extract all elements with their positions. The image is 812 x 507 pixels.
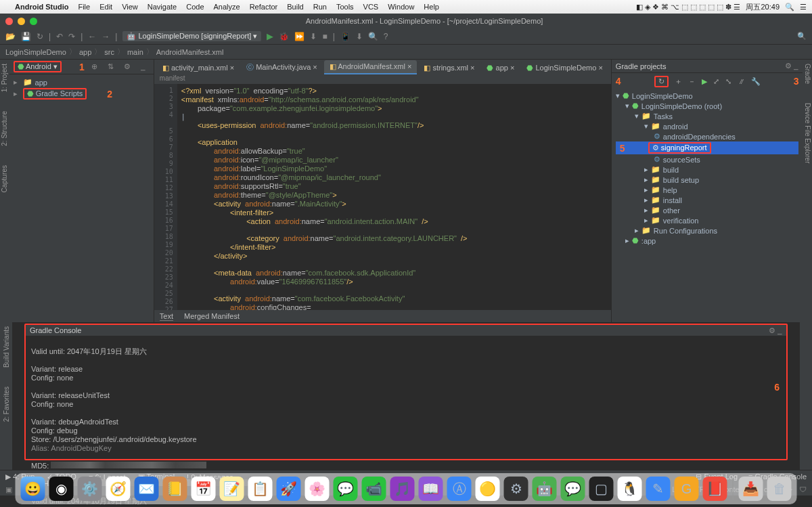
dock-siri[interactable]: ◉ bbox=[49, 477, 74, 501]
dock-downloads[interactable]: 📥 bbox=[739, 477, 763, 501]
menubar-clock[interactable]: 周五20:49 bbox=[746, 2, 780, 12]
menu-window[interactable]: Window bbox=[388, 3, 414, 11]
dock-pdf[interactable]: 📕 bbox=[703, 477, 727, 501]
menu-view[interactable]: View bbox=[122, 3, 138, 11]
stop-button[interactable]: ■ bbox=[322, 32, 327, 41]
dock-safari[interactable]: 🧭 bbox=[106, 477, 131, 501]
editor-content[interactable]: <?xml version="1.0" encoding="utf-8"?> <… bbox=[177, 84, 611, 310]
crumb-src[interactable]: src bbox=[104, 48, 114, 56]
spotlight-icon[interactable]: 🔍 bbox=[785, 3, 794, 12]
tab-app[interactable]: ⬣ app × bbox=[481, 62, 520, 74]
menu-edit[interactable]: Edit bbox=[99, 3, 112, 11]
minimize-window-button[interactable] bbox=[18, 18, 25, 25]
dock-reminders[interactable]: 📋 bbox=[248, 477, 273, 501]
toolwindow-project[interactable]: 1: Project bbox=[1, 64, 8, 92]
undo-icon[interactable]: ↶ bbox=[56, 32, 63, 41]
dock-finder[interactable]: 😀 bbox=[21, 477, 45, 501]
tab-manifest[interactable]: ◧ AndroidManifest.xml × bbox=[324, 60, 418, 74]
dock-chrome[interactable]: 🟡 bbox=[476, 477, 500, 501]
dock-photos[interactable]: 🌸 bbox=[305, 477, 330, 501]
menu-tools[interactable]: Tools bbox=[336, 3, 354, 11]
toolwindow-captures[interactable]: Captures bbox=[1, 165, 8, 193]
notification-icon[interactable]: ☰ bbox=[800, 3, 807, 12]
debug-button[interactable]: 🐞 bbox=[279, 32, 289, 41]
menu-vcs[interactable]: VCS bbox=[363, 3, 379, 11]
menu-code[interactable]: Code bbox=[186, 3, 204, 11]
profile-button[interactable]: ⏩ bbox=[294, 32, 304, 41]
gradle-console-output[interactable]: Valid until: 2047年10月19日 星期六 Variant: re… bbox=[26, 336, 786, 459]
run-button[interactable]: ▶ bbox=[267, 31, 273, 41]
dock-trash[interactable]: 🗑 bbox=[767, 477, 792, 501]
open-icon[interactable]: 📂 bbox=[5, 32, 16, 41]
dock-app1[interactable]: ⚙ bbox=[504, 477, 528, 501]
code-editor[interactable]: 1234567891011121314151617181920212223242… bbox=[154, 84, 611, 310]
tab-activity-main[interactable]: ◧ activity_main.xml × bbox=[157, 62, 240, 74]
tab-loginsimpledemo[interactable]: ⬣ LoginSimpleDemo × bbox=[521, 62, 608, 74]
menu-run[interactable]: Run bbox=[313, 3, 327, 11]
gradle-add-button[interactable]: ＋ bbox=[675, 76, 682, 87]
dock-mail[interactable]: ✉️ bbox=[135, 477, 159, 501]
help-icon[interactable]: ? bbox=[384, 32, 388, 41]
crumb-module[interactable]: app bbox=[79, 48, 91, 56]
dock-app3[interactable]: G bbox=[675, 477, 699, 501]
menubar-tray-icons[interactable]: ◧ ◈ ❖ ⌘ ⌥ ⬚ ⬚ ⬚ ⬚ ⬚ ✽ ☰ bbox=[636, 3, 741, 12]
sdk-manager-icon[interactable]: ⬇ bbox=[356, 32, 363, 41]
gradle-task-signingreport[interactable]: 5 ⚙ signingReport bbox=[616, 141, 799, 154]
run-config-select[interactable]: 🤖 LoginSimpleDemo [signingReport] ▾ bbox=[122, 31, 261, 41]
dock-ibooks[interactable]: 📖 bbox=[419, 477, 443, 501]
toolwindow-device-file-explorer[interactable]: Device File Explorer bbox=[804, 103, 811, 163]
dock-wechat[interactable]: 💬 bbox=[561, 477, 585, 501]
menu-analyze[interactable]: Analyze bbox=[214, 3, 240, 11]
status-icon[interactable]: ▣ bbox=[5, 485, 12, 494]
crumb-project[interactable]: LoginSimpleDemo bbox=[5, 48, 66, 56]
dock-itunes[interactable]: 🎵 bbox=[390, 477, 415, 501]
menu-build[interactable]: Build bbox=[287, 3, 303, 11]
app-name[interactable]: Android Studio bbox=[15, 3, 68, 11]
gradle-toggle-offline-button[interactable]: ⫽ bbox=[738, 77, 745, 85]
toolwindow-gradle[interactable]: Gradle bbox=[804, 64, 811, 84]
project-panel-icons[interactable]: ⊕ ⇅ ⚙ ⎯ bbox=[91, 62, 150, 71]
menu-navigate[interactable]: Navigate bbox=[148, 3, 177, 11]
toolwindow-favorites[interactable]: 2: Favorites bbox=[3, 387, 10, 422]
menu-refactor[interactable]: Refactor bbox=[250, 3, 278, 11]
dock-contacts[interactable]: 📒 bbox=[163, 477, 187, 501]
hector-icon[interactable]: 🛡 bbox=[799, 485, 807, 493]
tree-gradle-scripts[interactable]: Gradle Scripts bbox=[36, 89, 83, 97]
close-window-button[interactable] bbox=[5, 18, 13, 25]
back-icon[interactable]: ← bbox=[88, 32, 96, 41]
dock-settings[interactable]: ⚙️ bbox=[78, 477, 102, 501]
gradle-collapse-button[interactable]: ⤡ bbox=[725, 77, 731, 86]
dock-terminal[interactable]: ▢ bbox=[589, 477, 614, 501]
attach-debugger-button[interactable]: ⬇ bbox=[310, 32, 317, 41]
dock-notes[interactable]: 📝 bbox=[220, 477, 244, 501]
sync-icon[interactable]: ↻ bbox=[37, 32, 43, 41]
zoom-window-button[interactable] bbox=[30, 18, 37, 25]
search-everywhere-icon[interactable]: 🔍 bbox=[797, 32, 807, 41]
dock-app2[interactable]: ✎ bbox=[646, 477, 671, 501]
project-view-select[interactable]: Android bbox=[26, 62, 51, 70]
gradle-execute-button[interactable]: ▶ bbox=[702, 77, 707, 86]
dock-messages[interactable]: 💬 bbox=[334, 477, 358, 501]
avd-manager-icon[interactable]: 📱 bbox=[340, 32, 351, 41]
gradle-refresh-button[interactable]: ↻ bbox=[654, 76, 669, 87]
dock-androidstudio[interactable]: 🤖 bbox=[533, 477, 557, 501]
tab-strings[interactable]: ◧ strings.xml × bbox=[418, 62, 480, 74]
gradle-wrench-icon[interactable]: 🔧 bbox=[751, 77, 761, 86]
forward-icon[interactable]: → bbox=[102, 32, 110, 41]
console-settings-icon[interactable]: ⚙ ⎯ bbox=[769, 326, 782, 335]
subtab-merged[interactable]: Merged Manifest bbox=[184, 312, 240, 320]
dock-appstore[interactable]: Ⓐ bbox=[447, 477, 472, 501]
gradle-expand-button[interactable]: ⤢ bbox=[713, 77, 719, 86]
gradle-tree[interactable]: ▾⬣LoginSimpleDemo ▾⬣LoginSimpleDemo (roo… bbox=[612, 89, 803, 247]
dock-calendar[interactable]: 📅 bbox=[191, 477, 216, 501]
menu-file[interactable]: File bbox=[78, 3, 90, 11]
subtab-text[interactable]: Text bbox=[160, 312, 173, 321]
crumb-file[interactable]: AndroidManifest.xml bbox=[156, 48, 224, 56]
menu-help[interactable]: Help bbox=[424, 3, 439, 11]
gradle-detach-button[interactable]: － bbox=[688, 76, 696, 87]
dock-facetime[interactable]: 📹 bbox=[362, 477, 386, 501]
gradle-settings-icon[interactable]: ⚙ ⎯ bbox=[785, 62, 798, 70]
layout-inspector-icon[interactable]: 🔍 bbox=[368, 32, 378, 41]
code-crumb[interactable]: manifest bbox=[154, 74, 611, 84]
redo-icon[interactable]: ↷ bbox=[68, 32, 75, 41]
